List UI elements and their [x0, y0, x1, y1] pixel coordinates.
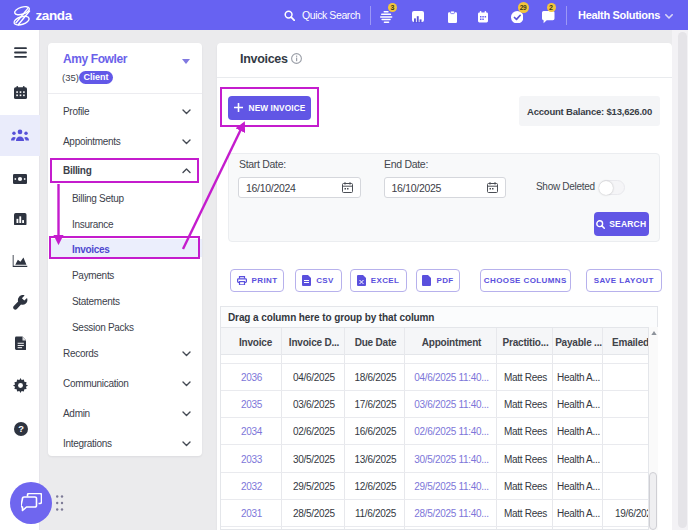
svg-text:?: ?: [18, 424, 24, 434]
